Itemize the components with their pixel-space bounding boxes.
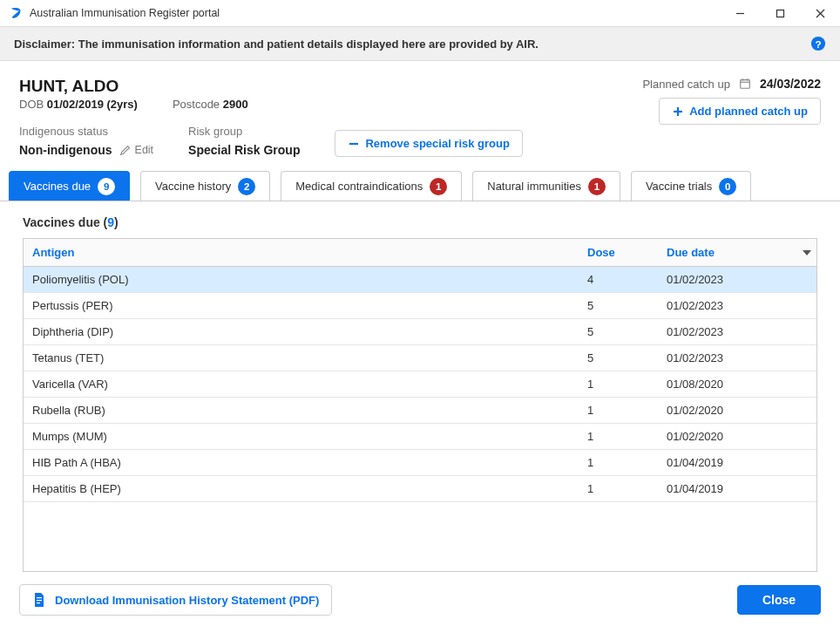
remove-risk-group-label: Remove special risk group	[365, 137, 509, 150]
document-icon	[32, 592, 46, 608]
edit-indigenous-status-button[interactable]: Edit	[119, 144, 154, 156]
cell-due: 01/02/2023	[658, 345, 816, 371]
cell-due: 01/04/2019	[658, 476, 816, 502]
table-row[interactable]: Pertussis (PER)501/02/2023	[24, 293, 816, 319]
planned-catch-up-date: 24/03/2022	[760, 77, 821, 91]
cell-antigen: Tetanus (TET)	[24, 345, 579, 371]
svg-rect-1	[776, 10, 783, 17]
cell-antigen: Pertussis (PER)	[24, 293, 579, 319]
indigenous-status-block: Indigenous status Non-indigenous Edit	[19, 125, 153, 157]
cell-dose: 5	[579, 319, 658, 345]
dialog-footer: Download Immunisation History Statement …	[0, 572, 840, 633]
tab-badge: 1	[430, 178, 447, 195]
minimize-icon	[735, 9, 745, 18]
cell-dose: 1	[579, 371, 658, 398]
postcode-value: 2900	[223, 98, 248, 111]
minus-icon	[348, 138, 360, 150]
dob-label: DOB	[19, 98, 44, 111]
pencil-icon	[119, 144, 132, 156]
close-window-button[interactable]	[800, 0, 840, 26]
cell-dose: 5	[579, 293, 658, 319]
calendar-icon	[739, 78, 751, 90]
table-row[interactable]: Tetanus (TET)501/02/2023	[24, 345, 816, 371]
cell-due: 01/02/2023	[658, 293, 816, 319]
tab-label: Vaccine trials	[646, 180, 712, 193]
column-header-dose[interactable]: Dose	[579, 239, 658, 267]
cell-dose: 5	[579, 345, 658, 371]
cell-antigen: Diphtheria (DIP)	[24, 319, 579, 345]
add-planned-catch-up-button[interactable]: Add planned catch up	[659, 98, 821, 125]
help-icon[interactable]: ?	[810, 36, 826, 51]
tab-badge: 2	[238, 178, 255, 195]
remove-risk-group-button[interactable]: Remove special risk group	[335, 130, 522, 157]
tab-medical-contraindications[interactable]: Medical contraindications1	[281, 171, 462, 201]
tabs: Vaccines due9Vaccine history2Medical con…	[0, 171, 840, 201]
patient-name: HUNT, ALDO	[19, 77, 642, 96]
planned-catch-up-label: Planned catch up	[642, 78, 729, 91]
cell-due: 01/02/2020	[658, 398, 816, 424]
table-row[interactable]: Hepatitis B (HEP)101/04/2019	[24, 476, 816, 502]
svg-rect-15	[37, 602, 40, 603]
telstra-logo-icon	[9, 6, 23, 20]
column-header-due-date[interactable]: Due date	[658, 239, 816, 267]
table-row[interactable]: Diphtheria (DIP)501/02/2023	[24, 319, 816, 345]
close-icon	[816, 9, 825, 18]
cell-due: 01/04/2019	[658, 450, 816, 476]
cell-dose: 1	[579, 398, 658, 424]
app-window: Australian Immunisation Register portal …	[0, 0, 840, 633]
title-bar: Australian Immunisation Register portal	[0, 0, 840, 26]
patient-summary: HUNT, ALDO DOB 01/02/2019 (2yrs) Postcod…	[19, 77, 642, 157]
tab-label: Vaccines due	[24, 180, 91, 193]
postcode-label: Postcode	[173, 98, 220, 111]
svg-rect-7	[741, 80, 750, 89]
cell-due: 01/02/2023	[658, 319, 816, 345]
section-title: Vaccines due	[23, 215, 100, 229]
indigenous-status-value: Non-indigenous	[19, 143, 112, 157]
tab-vaccine-trials[interactable]: Vaccine trials0	[631, 171, 751, 201]
column-header-antigen[interactable]: Antigen	[24, 239, 579, 267]
cell-antigen: Rubella (RUB)	[24, 398, 579, 424]
vaccines-due-table: Antigen Dose Due date Poliomyelitis (POL…	[23, 238, 817, 572]
maximize-button[interactable]	[760, 0, 800, 26]
tab-vaccines-due[interactable]: Vaccines due9	[9, 171, 130, 201]
close-button[interactable]: Close	[737, 585, 821, 615]
download-history-statement-button[interactable]: Download Immunisation History Statement …	[19, 584, 332, 616]
cell-antigen: Hepatitis B (HEP)	[24, 476, 579, 502]
cell-antigen: Varicella (VAR)	[24, 371, 579, 398]
due-date-header-text: Due date	[667, 246, 715, 259]
cell-dose: 4	[579, 267, 658, 293]
dob-value: 01/02/2019 (2yrs)	[47, 98, 138, 111]
minimize-button[interactable]	[720, 0, 760, 26]
patient-header: HUNT, ALDO DOB 01/02/2019 (2yrs) Postcod…	[0, 61, 840, 166]
cell-dose: 1	[579, 450, 658, 476]
cell-due: 01/02/2023	[658, 267, 816, 293]
tab-vaccine-history[interactable]: Vaccine history2	[140, 171, 270, 201]
table-row[interactable]: HIB Path A (HBA)101/04/2019	[24, 450, 816, 476]
dob-block: DOB 01/02/2019 (2yrs)	[19, 98, 138, 111]
tab-natural-immunities[interactable]: Natural immunities1	[472, 171, 620, 201]
svg-rect-14	[37, 600, 42, 601]
table-row[interactable]: Poliomyelitis (POL)401/02/2023	[24, 267, 816, 293]
tab-label: Natural immunities	[487, 180, 581, 193]
table-row[interactable]: Mumps (MUM)101/02/2020	[24, 424, 816, 450]
tab-badge: 9	[98, 178, 115, 195]
indigenous-status-label: Indigenous status	[19, 125, 153, 138]
table-row[interactable]: Rubella (RUB)101/02/2020	[24, 398, 816, 424]
cell-dose: 1	[579, 476, 658, 502]
svg-rect-13	[37, 597, 42, 598]
risk-group-label: Risk group	[188, 125, 300, 138]
table-row[interactable]: Varicella (VAR)101/08/2020	[24, 371, 816, 398]
cell-antigen: Mumps (MUM)	[24, 424, 579, 450]
disclaimer-bar: Disclaimer: The immunisation information…	[0, 26, 840, 61]
tab-badge: 0	[719, 178, 736, 195]
svg-text:?: ?	[815, 38, 821, 50]
risk-group-block: Risk group Special Risk Group	[188, 125, 300, 157]
plus-icon	[672, 106, 684, 118]
maximize-icon	[776, 9, 785, 18]
section-count: 9	[107, 215, 114, 229]
cell-antigen: Poliomyelitis (POL)	[24, 267, 579, 293]
edit-label: Edit	[135, 144, 154, 156]
add-planned-label: Add planned catch up	[689, 105, 808, 118]
tab-label: Vaccine history	[155, 180, 231, 193]
sort-descending-icon	[803, 250, 811, 255]
